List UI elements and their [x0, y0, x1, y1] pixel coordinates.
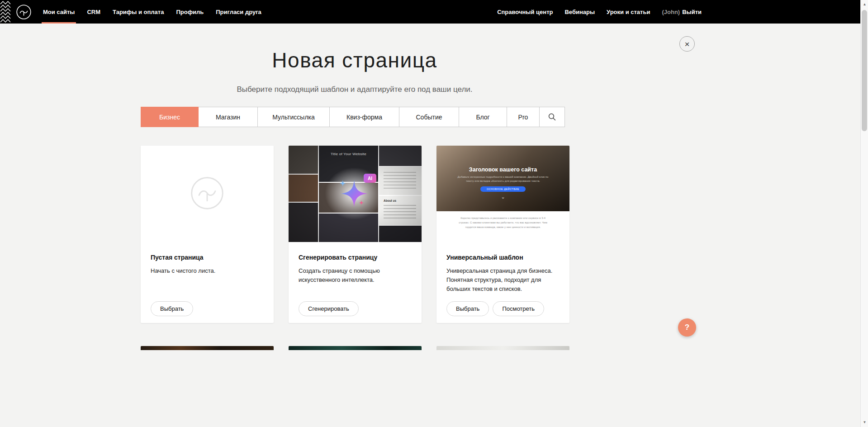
template-card-blank: Пустая страница Начать с чистого листа. … — [141, 146, 274, 323]
nav-item-crm[interactable]: CRM — [87, 0, 100, 24]
template-card-universal: Заголовок вашего сайта Добавьте интересн… — [436, 146, 569, 323]
nav-item-label: Мои сайты — [43, 9, 75, 15]
nav-item-label: Профиль — [176, 9, 204, 15]
nav-item-tariffs[interactable]: Тарифы и оплата — [113, 0, 164, 24]
choose-universal-button[interactable]: Выбрать — [446, 301, 489, 316]
logout-link[interactable]: (John) Выйти — [662, 0, 702, 24]
nav-item-label: Пригласи друга — [216, 9, 261, 15]
tab-label: Квиз-форма — [346, 114, 382, 121]
nav-item-help-center[interactable]: Справочный центр — [497, 0, 553, 24]
card-buttons: Выбрать Посмотреть — [446, 301, 544, 316]
tab-multilink[interactable]: Мультиссылка — [257, 107, 330, 127]
scroll-up-arrow-icon[interactable]: ▲ — [861, 1, 868, 8]
nav-item-label: Справочный центр — [497, 9, 553, 15]
card-body: Универсальный шаблон Универсальная стран… — [436, 242, 569, 302]
tab-event[interactable]: Событие — [399, 107, 459, 127]
card-buttons: Выбрать — [151, 301, 193, 316]
card-title: Универсальный шаблон — [446, 254, 560, 261]
chevron-down-icon: ⌄ — [436, 195, 569, 199]
blank-page-preview — [141, 146, 274, 242]
page-subtitle: Выберите подходящий шаблон и адаптируйте… — [0, 85, 709, 94]
tab-quiz-form[interactable]: Квиз-форма — [329, 107, 399, 127]
help-button[interactable]: ? — [678, 318, 696, 337]
preview-body-text: Коротко представьтесь и расскажите о ком… — [456, 216, 550, 230]
card-description: Начать с чистого листа. — [151, 266, 264, 275]
scrollbar-thumb[interactable] — [862, 10, 867, 131]
preview-body-section: Коротко представьтесь и расскажите о ком… — [436, 211, 569, 242]
nav-item-label: Тарифы и оплата — [113, 9, 164, 15]
choose-blank-button[interactable]: Выбрать — [151, 301, 193, 316]
question-icon: ? — [685, 323, 689, 332]
preview-cta-button: основное действие — [480, 186, 526, 192]
template-card-partial[interactable] — [141, 346, 274, 350]
search-icon — [548, 113, 556, 121]
nav-item-my-sites[interactable]: Мои сайты — [43, 0, 75, 24]
tilda-logo-icon[interactable] — [16, 5, 31, 19]
card-description: Создать страницу с помощью искусственног… — [299, 266, 412, 285]
tab-label: Pro — [518, 114, 528, 121]
preview-hero-section: Заголовок вашего сайта Добавьте интересн… — [436, 146, 569, 211]
preview-site-title: Заголовок вашего сайта — [436, 166, 569, 173]
nav-item-webinars[interactable]: Вебинары — [564, 0, 595, 24]
tab-shop[interactable]: Магазин — [198, 107, 258, 127]
page-title: Новая страница — [0, 48, 709, 72]
nav-item-profile[interactable]: Профиль — [176, 0, 204, 24]
nav-item-label: Уроки и статьи — [607, 9, 650, 15]
card-title: Сгенерировать страницу — [299, 254, 412, 261]
top-header: Мои сайты CRM Тарифы и оплата Профиль Пр… — [0, 0, 868, 24]
nav-item-label: Вебинары — [564, 9, 595, 15]
app-root: Мои сайты CRM Тарифы и оплата Профиль Пр… — [0, 0, 868, 427]
template-cards-row: Пустая страница Начать с чистого листа. … — [141, 146, 569, 323]
card-buttons: Сгенерировать — [299, 301, 359, 316]
tab-label: Бизнес — [159, 114, 180, 121]
card-title: Пустая страница — [151, 254, 264, 261]
close-icon: × — [684, 39, 689, 49]
preview-button[interactable]: Посмотреть — [493, 301, 544, 316]
scrollbar: ▲ ▼ — [860, 0, 868, 427]
preview-site-subtitle: Добавьте интересные подробности о вашей … — [455, 175, 551, 183]
card-body: Сгенерировать страницу Создать страницу … — [289, 242, 422, 293]
tab-pro[interactable]: Pro — [507, 107, 540, 127]
template-card-partial[interactable] — [436, 346, 569, 350]
main-nav: Мои сайты CRM Тарифы и оплата Профиль Пр… — [43, 0, 261, 24]
logout-label: Выйти — [682, 9, 702, 15]
ai-badge: AI — [364, 174, 376, 183]
ai-collage-preview: About us Title of Your Website — [289, 146, 422, 242]
zigzag-decoration-icon — [0, 0, 11, 24]
tab-blog[interactable]: Блог — [459, 107, 507, 127]
nav-item-label: CRM — [87, 9, 100, 15]
tab-label: Блог — [476, 114, 489, 121]
universal-template-preview: Заголовок вашего сайта Добавьте интересн… — [436, 146, 569, 242]
nav-item-invite-friend[interactable]: Пригласи друга — [216, 0, 261, 24]
template-card-partial[interactable] — [289, 346, 422, 350]
tab-label: Магазин — [216, 114, 240, 121]
user-name: (John) — [662, 9, 680, 15]
template-category-tabs: Бизнес Магазин Мультиссылка Квиз-форма С… — [141, 107, 565, 127]
tab-label: Мультиссылка — [272, 114, 315, 121]
tab-business[interactable]: Бизнес — [141, 107, 199, 127]
tab-label: Событие — [416, 114, 442, 121]
tab-search[interactable] — [539, 107, 565, 127]
nav-item-lessons[interactable]: Уроки и статьи — [607, 0, 650, 24]
next-template-row-partial — [141, 346, 569, 350]
tilda-watermark-icon — [190, 176, 224, 212]
scroll-down-arrow-icon[interactable]: ▼ — [861, 419, 868, 426]
generate-button[interactable]: Сгенерировать — [299, 301, 359, 316]
secondary-nav: Справочный центр Вебинары Уроки и статьи… — [497, 0, 702, 24]
card-description: Универсальная страница для бизнеса. Поня… — [446, 266, 560, 294]
template-card-ai: About us Title of Your Website — [289, 146, 422, 323]
card-body: Пустая страница Начать с чистого листа. — [141, 242, 274, 284]
